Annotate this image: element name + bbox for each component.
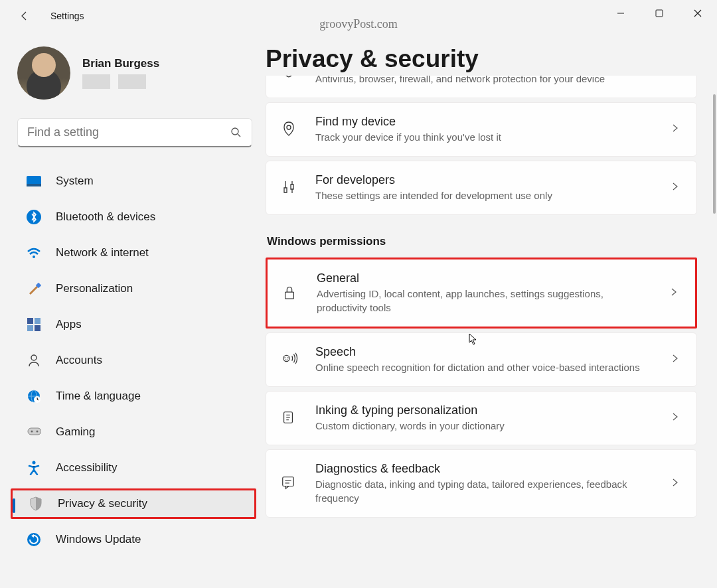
svg-rect-1 [656,10,663,17]
redacted-email [82,74,110,89]
lock-icon [282,285,299,302]
sidebar-item-accounts[interactable]: Accounts [17,345,252,376]
sidebar-item-label: Apps [56,318,82,331]
row-diagnostics[interactable]: Diagnostics & feedback Diagnostic data, … [266,449,697,518]
row-subtitle: Antivirus, browser, firewall, and networ… [315,76,654,86]
svg-point-20 [37,431,39,433]
chevron-right-icon [671,354,682,365]
chevron-right-icon [671,76,682,76]
sidebar-item-time-language[interactable]: Time & language [17,381,252,411]
svg-rect-24 [285,292,294,299]
update-icon [27,532,41,547]
speech-icon [281,351,298,368]
sidebar-item-privacy-security[interactable]: Privacy & security [11,488,256,519]
row-subtitle: Advertising ID, local content, app launc… [317,287,653,315]
vertical-scrollbar[interactable] [713,94,716,214]
minimize-button[interactable] [601,0,640,27]
search-icon [230,127,242,139]
row-title: Diagnostics & feedback [315,462,654,476]
profile-meta [82,74,159,89]
sidebar-nav: System Bluetooth & devices Network & int… [17,166,252,555]
page-title: Privacy & security [266,45,697,73]
svg-rect-32 [283,477,294,486]
sidebar-item-system[interactable]: System [17,166,252,196]
accessibility-icon [27,461,41,475]
row-title: For developers [315,173,654,187]
bluetooth-icon [27,210,41,224]
window-controls [601,0,717,27]
svg-rect-10 [35,318,40,324]
sidebar: Brian Burgess System [0,32,266,588]
sidebar-item-label: Privacy & security [58,497,147,510]
sidebar-item-label: System [56,175,94,188]
row-subtitle: Custom dictionary, words in your diction… [315,419,654,433]
row-subtitle: Online speech recognition for dictation … [315,360,654,374]
sidebar-item-label: Accessibility [56,461,118,475]
svg-rect-5 [27,184,41,186]
back-button[interactable] [17,9,32,23]
security-icon [281,76,298,80]
svg-rect-9 [27,318,33,324]
sidebar-item-label: Time & language [56,390,141,403]
sidebar-item-label: Bluetooth & devices [56,210,155,224]
section-header-permissions: Windows permissions [267,235,697,248]
svg-point-19 [31,431,33,433]
tools-icon [281,179,298,196]
svg-point-7 [33,256,35,258]
search-input[interactable] [27,125,230,139]
svg-point-25 [283,355,289,361]
gamepad-icon [27,425,41,439]
maximize-button[interactable] [640,0,678,27]
apps-icon [27,317,41,332]
shield-icon [29,496,43,511]
row-speech[interactable]: Speech Online speech recognition for dic… [266,332,697,387]
avatar [17,46,70,100]
row-title: General [317,271,653,285]
row-general[interactable]: General Advertising ID, local content, a… [266,257,697,329]
sidebar-item-label: Gaming [56,425,96,439]
sidebar-item-bluetooth[interactable]: Bluetooth & devices [17,202,252,232]
sidebar-item-label: Personalization [56,282,133,295]
row-inking-typing[interactable]: Inking & typing personalization Custom d… [266,391,697,445]
row-subtitle: Track your device if you think you've lo… [315,130,654,144]
chevron-right-icon [671,478,682,489]
svg-point-21 [33,461,36,465]
row-for-developers[interactable]: For developers These settings are intend… [266,161,697,215]
svg-point-2 [232,128,238,135]
row-title: Inking & typing personalization [315,404,654,417]
person-icon [27,353,41,368]
svg-point-27 [287,357,289,358]
sidebar-item-windows-update[interactable]: Windows Update [17,524,252,555]
row-title: Speech [315,345,654,359]
svg-point-26 [284,357,285,358]
chevron-right-icon [671,413,682,423]
row-subtitle: These settings are intended for developm… [315,188,654,202]
sidebar-item-network[interactable]: Network & internet [17,238,252,268]
svg-rect-11 [27,325,33,331]
app-title: Settings [50,11,84,21]
svg-line-3 [238,134,240,137]
profile[interactable]: Brian Burgess [17,46,252,100]
feedback-icon [281,475,298,492]
sidebar-item-apps[interactable]: Apps [17,309,252,340]
chevron-right-icon [670,288,680,299]
main-content: Privacy & security Windows Security Anti… [266,32,717,588]
sidebar-item-personalization[interactable]: Personalization [17,273,252,304]
chevron-right-icon [671,183,682,193]
close-button[interactable] [678,0,717,27]
sidebar-item-accessibility[interactable]: Accessibility [17,453,252,483]
sidebar-item-label: Windows Update [56,533,141,546]
search-box[interactable] [17,118,252,147]
svg-point-23 [287,125,291,129]
row-windows-security[interactable]: Windows Security Antivirus, browser, fir… [266,76,697,98]
watermark: groovyPost.com [319,17,398,31]
system-icon [27,174,41,188]
row-title: Find my device [315,115,654,129]
location-icon [281,121,298,138]
svg-point-13 [31,355,37,360]
sidebar-item-label: Network & internet [56,246,149,259]
brush-icon [27,281,41,296]
globe-clock-icon [27,389,41,404]
row-find-my-device[interactable]: Find my device Track your device if you … [266,102,697,157]
sidebar-item-gaming[interactable]: Gaming [17,417,252,447]
